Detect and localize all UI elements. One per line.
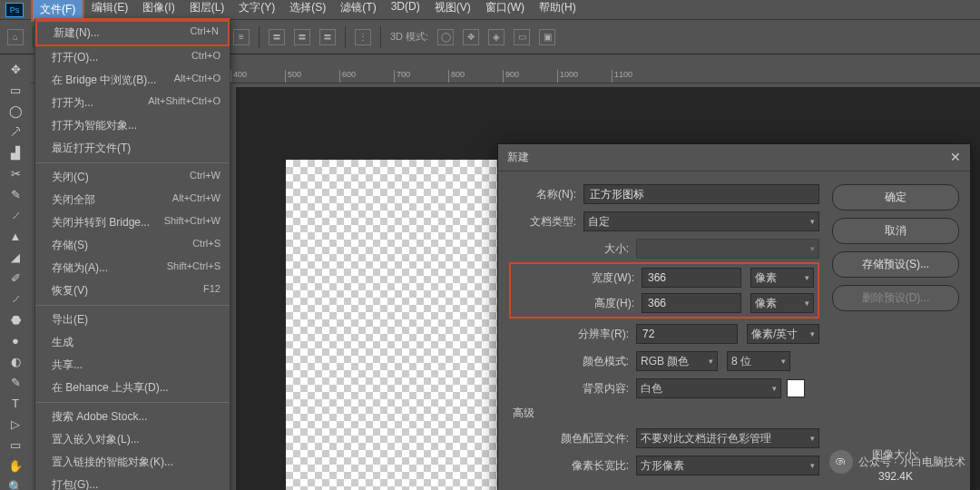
tool-9[interactable]: ◢ — [3, 247, 28, 267]
align-top-icon[interactable]: 〓 — [269, 29, 285, 45]
bit-depth-select[interactable]: 8 位▾ — [727, 351, 790, 371]
ok-button[interactable]: 确定 — [832, 184, 959, 211]
menu-item[interactable]: 共享... — [35, 354, 230, 377]
menu-6[interactable]: 滤镜(T) — [333, 0, 383, 22]
resolution-label: 分辨率(R): — [509, 327, 636, 342]
menu-item[interactable]: 置入链接的智能对象(K)... — [35, 451, 230, 474]
tool-11[interactable]: ⟋ — [3, 289, 28, 309]
menu-item[interactable]: 打开为智能对象... — [35, 114, 230, 137]
tool-7[interactable]: ⟋ — [3, 205, 28, 225]
height-unit-select[interactable]: 像素▾ — [750, 293, 814, 313]
home-icon[interactable]: ⌂ — [7, 29, 24, 45]
pixel-aspect-label: 像素长宽比: — [509, 458, 636, 474]
delete-preset-button: 删除预设(D)... — [832, 285, 959, 311]
width-label: 宽度(W): — [514, 270, 642, 286]
save-preset-button[interactable]: 存储预设(S)... — [832, 251, 959, 278]
separator — [380, 26, 381, 48]
menu-10[interactable]: 帮助(H) — [532, 0, 583, 22]
tool-3[interactable]: ⸕ — [3, 122, 28, 142]
menu-5[interactable]: 选择(S) — [282, 0, 333, 22]
menu-item[interactable]: 在 Behance 上共享(D)... — [35, 377, 230, 399]
align-right-icon[interactable]: ≡ — [233, 29, 250, 45]
tool-18[interactable]: ▭ — [3, 435, 28, 455]
tool-17[interactable]: ▷ — [3, 414, 28, 434]
name-label: 名称(N): — [509, 187, 583, 202]
background-swatch[interactable] — [787, 379, 805, 397]
tool-2[interactable]: ◯ — [3, 101, 28, 121]
align-bottom-icon[interactable]: 〓 — [319, 29, 336, 45]
slide-icon[interactable]: ▭ — [514, 29, 530, 45]
wechat-icon: ෧ — [829, 450, 853, 474]
separator — [259, 26, 260, 48]
menu-4[interactable]: 文字(Y) — [231, 0, 282, 22]
tool-6[interactable]: ✎ — [3, 184, 28, 204]
menu-8[interactable]: 视图(V) — [427, 0, 478, 22]
menu-item[interactable]: 恢复(V)F12 — [35, 279, 230, 302]
color-mode-label: 颜色模式: — [509, 354, 636, 369]
menu-7[interactable]: 3D(D) — [384, 0, 427, 22]
dolly-icon[interactable]: ◈ — [488, 29, 505, 45]
menu-9[interactable]: 窗口(W) — [478, 0, 532, 22]
tool-8[interactable]: ▲ — [3, 226, 28, 246]
tool-15[interactable]: ✎ — [3, 372, 28, 392]
pan-icon[interactable]: ✥ — [463, 29, 479, 45]
resolution-input[interactable] — [636, 324, 738, 344]
menu-item[interactable]: 存储为(A)...Shift+Ctrl+S — [35, 257, 230, 279]
menu-item[interactable]: 生成 — [35, 331, 230, 354]
ruler-tick: 1000 — [557, 70, 612, 83]
menu-item[interactable]: 关闭全部Alt+Ctrl+W — [35, 189, 230, 211]
tool-20[interactable]: 🔍 — [3, 476, 28, 490]
tool-5[interactable]: ✂ — [3, 163, 28, 183]
tool-12[interactable]: ⬣ — [3, 309, 28, 329]
menu-item[interactable]: 存储(S)Ctrl+S — [35, 234, 230, 257]
dimensions-highlight: 宽度(W): 像素▾ 高度(H): 像素▾ — [509, 262, 819, 318]
tool-16[interactable]: T — [3, 393, 28, 413]
watermark: ෧ 公众号 · 小白电脑技术 — [829, 450, 965, 474]
tool-1[interactable]: ▭ — [3, 80, 28, 100]
tool-19[interactable]: ✋ — [3, 456, 28, 475]
advanced-label: 高级 — [513, 406, 819, 421]
close-icon[interactable]: ✕ — [950, 150, 961, 165]
menu-item[interactable]: 新建(N)...Ctrl+N — [35, 20, 230, 46]
ruler-tick: 900 — [503, 70, 557, 83]
menu-item[interactable]: 打开(O)...Ctrl+O — [35, 46, 230, 69]
tool-0[interactable]: ✥ — [3, 59, 28, 79]
color-mode-select[interactable]: RGB 颜色▾ — [636, 351, 718, 371]
pixel-aspect-select[interactable]: 方形像素▾ — [636, 456, 819, 475]
distribute-icon[interactable]: ⋮ — [355, 29, 371, 45]
menu-separator — [35, 162, 230, 163]
align-middle-icon[interactable]: 〓 — [294, 29, 310, 45]
ruler-tick: 1100 — [612, 70, 666, 83]
size-select[interactable]: ▾ — [636, 239, 819, 259]
menu-item[interactable]: 导出(E) — [35, 309, 230, 331]
resolution-unit-select[interactable]: 像素/英寸▾ — [747, 324, 819, 344]
menu-item[interactable]: 关闭(C)Ctrl+W — [35, 166, 230, 189]
cancel-button[interactable]: 取消 — [832, 218, 959, 244]
width-unit-select[interactable]: 像素▾ — [750, 268, 814, 288]
menu-item[interactable]: 打开为...Alt+Shift+Ctrl+O — [35, 92, 230, 114]
height-input[interactable] — [642, 293, 741, 313]
file-menu-dropdown: 新建(N)...Ctrl+N打开(O)...Ctrl+O在 Bridge 中浏览… — [34, 18, 230, 490]
menu-item[interactable]: 打包(G)... — [35, 474, 230, 490]
toolbar: ✥▭◯⸕▟✂✎⟋▲◢✐⟋⬣●◐✎T▷▭✋🔍 — [0, 54, 31, 490]
preset-select[interactable]: 自定▾ — [583, 211, 819, 231]
menu-item[interactable]: 搜索 Adobe Stock... — [35, 406, 230, 428]
menu-item[interactable]: 最近打开文件(T) — [35, 137, 230, 160]
tool-13[interactable]: ● — [3, 330, 28, 350]
menu-item[interactable]: 在 Bridge 中浏览(B)...Alt+Ctrl+O — [35, 69, 230, 92]
width-input[interactable] — [642, 268, 741, 288]
background-select[interactable]: 白色▾ — [636, 378, 781, 398]
dialog-titlebar: 新建 ✕ — [498, 144, 970, 172]
camera-icon[interactable]: ▣ — [539, 29, 555, 45]
menu-item[interactable]: 置入嵌入对象(L)... — [35, 428, 230, 451]
tool-10[interactable]: ✐ — [3, 268, 28, 288]
menubar: Ps 文件(F)编辑(E)图像(I)图层(L)文字(Y)选择(S)滤镜(T)3D… — [0, 0, 980, 20]
menu-separator — [35, 402, 230, 403]
new-document-dialog: 新建 ✕ 名称(N): 文档类型: 自定▾ 大小: ▾ 宽度(W): 像素▾ — [497, 143, 971, 490]
orbit-icon[interactable]: ◯ — [437, 29, 454, 45]
tool-14[interactable]: ◐ — [3, 351, 28, 371]
tool-4[interactable]: ▟ — [3, 142, 28, 162]
color-profile-select[interactable]: 不要对此文档进行色彩管理▾ — [636, 428, 819, 448]
name-input[interactable] — [583, 184, 819, 204]
menu-item[interactable]: 关闭并转到 Bridge...Shift+Ctrl+W — [35, 211, 230, 234]
